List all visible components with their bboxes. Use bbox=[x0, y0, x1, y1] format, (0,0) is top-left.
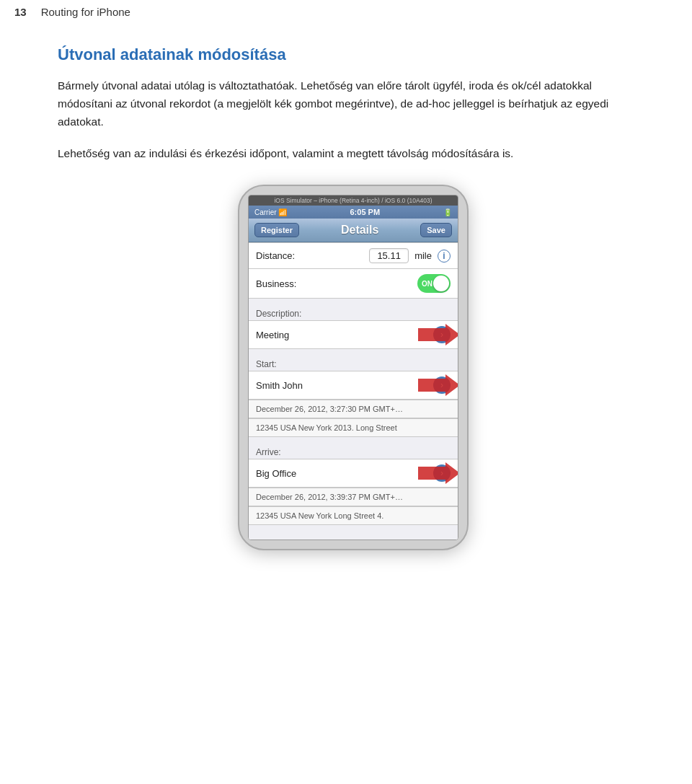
nav-bar: Register Details Save bbox=[249, 219, 458, 242]
bottom-spacer bbox=[249, 525, 458, 539]
start-address-row: 12345 USA New York 2013. Long Street bbox=[249, 418, 458, 437]
battery-icon: 🔋 bbox=[443, 208, 452, 216]
arrive-red-arrow bbox=[418, 461, 458, 485]
page-title-text: Routing for iPhone bbox=[41, 6, 130, 18]
svg-marker-2 bbox=[418, 462, 458, 484]
save-button[interactable]: Save bbox=[420, 223, 452, 237]
carrier-area: Carrier 📶 bbox=[254, 208, 287, 216]
status-right: 🔋 bbox=[443, 208, 452, 216]
paragraph-2: Lehetőség van az indulási és érkezési id… bbox=[58, 145, 649, 163]
signal-icon: 📶 bbox=[278, 208, 287, 216]
section-gap-2 bbox=[249, 349, 458, 355]
info-icon[interactable]: i bbox=[438, 250, 451, 263]
iphone-content: Distance: 15.11 mile i Business: ON bbox=[249, 242, 458, 539]
business-row: Business: ON bbox=[249, 269, 458, 299]
arrive-address: 12345 USA New York Long Street 4. bbox=[256, 511, 383, 520]
main-content: Útvonal adatainak módosítása Bármely útv… bbox=[0, 24, 692, 572]
arrive-value: Big Office bbox=[256, 468, 296, 479]
start-value: Smith John bbox=[256, 380, 303, 391]
start-address: 12345 USA New York 2013. Long Street bbox=[256, 423, 397, 432]
paragraph-1: Bármely útvonal adatai utólag is változt… bbox=[58, 77, 649, 131]
nav-title: Details bbox=[341, 224, 378, 237]
section-heading: Útvonal adatainak módosítása bbox=[58, 45, 649, 64]
page-header: 13 Routing for iPhone bbox=[0, 0, 692, 24]
arrive-section-label: Arrive: bbox=[249, 443, 458, 459]
svg-marker-0 bbox=[418, 324, 458, 345]
phone-outer: iOS Simulator – iPhone (Retina 4-inch) /… bbox=[238, 185, 469, 550]
status-time: 6:05 PM bbox=[350, 208, 380, 216]
toggle-thumb bbox=[433, 276, 449, 291]
section-gap-1 bbox=[249, 299, 458, 304]
toggle-label: ON bbox=[422, 280, 432, 288]
distance-label: Distance: bbox=[256, 250, 295, 261]
register-button[interactable]: Register bbox=[254, 223, 299, 237]
section-gap-3 bbox=[249, 437, 458, 443]
description-row-container: Meeting › bbox=[249, 320, 458, 349]
arrive-address-row: 12345 USA New York Long Street 4. bbox=[249, 506, 458, 525]
phone-container: iOS Simulator – iPhone (Retina 4-inch) /… bbox=[58, 185, 649, 550]
svg-marker-1 bbox=[418, 374, 458, 396]
business-label: Business: bbox=[256, 278, 296, 289]
description-value: Meeting bbox=[256, 330, 289, 340]
simulator-bar: iOS Simulator – iPhone (Retina 4-inch) /… bbox=[249, 195, 458, 206]
toggle-switch[interactable]: ON bbox=[417, 274, 451, 293]
description-red-arrow bbox=[418, 322, 458, 347]
phone-screen: iOS Simulator – iPhone (Retina 4-inch) /… bbox=[248, 195, 458, 540]
start-row-container: Smith John › bbox=[249, 371, 458, 400]
start-section-label: Start: bbox=[249, 355, 458, 371]
start-datetime-row: December 26, 2012, 3:27:30 PM GMT+… bbox=[249, 400, 458, 418]
arrive-datetime: December 26, 2012, 3:39:37 PM GMT+… bbox=[256, 493, 403, 501]
status-bar: Carrier 📶 6:05 PM 🔋 bbox=[249, 206, 458, 219]
start-datetime: December 26, 2012, 3:27:30 PM GMT+… bbox=[256, 405, 403, 413]
distance-field: 15.11 mile i bbox=[369, 248, 451, 263]
arrive-row-container: Big Office › bbox=[249, 459, 458, 488]
carrier-label: Carrier bbox=[254, 208, 277, 216]
distance-input[interactable]: 15.11 bbox=[369, 248, 409, 263]
start-red-arrow bbox=[418, 373, 458, 397]
distance-row: Distance: 15.11 mile i bbox=[249, 242, 458, 269]
arrive-datetime-row: December 26, 2012, 3:39:37 PM GMT+… bbox=[249, 488, 458, 506]
page-number: 13 bbox=[14, 6, 27, 18]
description-section-label: Description: bbox=[249, 304, 458, 320]
distance-unit: mile bbox=[414, 250, 432, 261]
